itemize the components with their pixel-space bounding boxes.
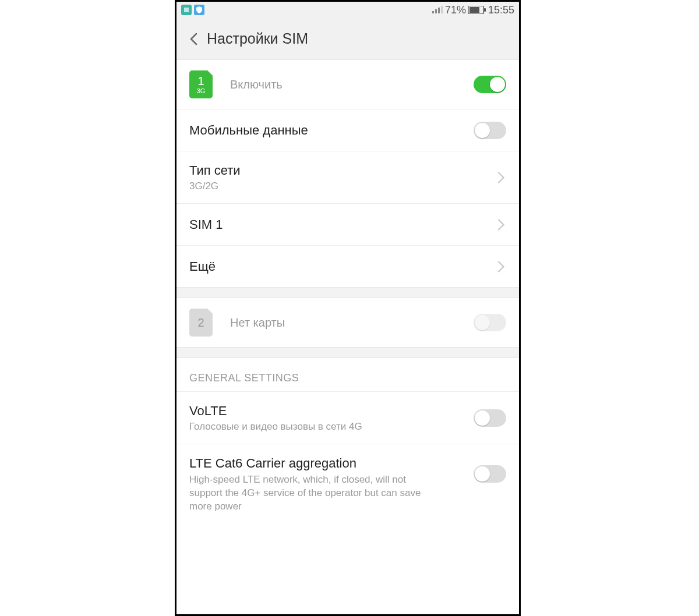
status-bar: 71% 15:55 (176, 2, 519, 18)
sim2-icon: 2 (189, 309, 213, 337)
lte-cat6-toggle[interactable] (474, 465, 506, 483)
status-right: 71% 15:55 (432, 4, 514, 16)
status-left (181, 5, 204, 15)
sim2-no-card-label: Нет карты (230, 316, 474, 330)
mobile-data-row[interactable]: Мобильные данные (176, 109, 519, 151)
more-label: Ещё (189, 259, 495, 274)
page-title: Настройки SIM (207, 30, 308, 47)
lte-cat6-subtitle: High-speed LTE network, which, if closed… (189, 473, 434, 514)
back-button[interactable] (185, 30, 202, 48)
sim2-toggle (474, 314, 506, 331)
sim1-icon: 1 3G (189, 70, 213, 98)
general-settings-header: GENERAL SETTINGS (176, 358, 519, 392)
shield-icon (194, 5, 204, 15)
network-type-title: Тип сети (189, 163, 495, 178)
phone-frame: 71% 15:55 Настройки SIM 1 3G Включить (175, 0, 521, 616)
sim1-net-badge: 3G (197, 88, 206, 94)
volte-title: VoLTE (189, 403, 474, 419)
network-type-value: 3G/2G (189, 180, 495, 192)
svg-rect-1 (432, 11, 434, 13)
status-app-icon-1 (181, 5, 192, 15)
sim1-enable-toggle[interactable] (474, 76, 506, 93)
svg-rect-3 (438, 8, 440, 13)
sim2-number: 2 (197, 317, 204, 328)
lte-cat6-row[interactable]: LTE Cat6 Carrier aggregation High-speed … (176, 444, 519, 518)
sim1-enable-row[interactable]: 1 3G Включить (176, 60, 519, 109)
more-row[interactable]: Ещё (176, 246, 519, 288)
battery-percent: 71% (445, 4, 466, 16)
clock: 15:55 (488, 4, 514, 16)
sim1-settings-row[interactable]: SIM 1 (176, 204, 519, 246)
chevron-right-icon (493, 261, 504, 272)
sim1-enable-label: Включить (230, 78, 474, 91)
content: 1 3G Включить Мобильные данные Тип сети … (176, 60, 519, 614)
mobile-data-label: Мобильные данные (189, 123, 474, 138)
svg-rect-2 (435, 9, 437, 13)
sim1-number: 1 (197, 75, 204, 87)
volte-row[interactable]: VoLTE Голосовые и видео вызовы в сети 4G (176, 392, 519, 444)
svg-rect-4 (441, 6, 443, 13)
chevron-right-icon (493, 219, 504, 231)
chevron-right-icon (493, 172, 504, 183)
lte-cat6-title: LTE Cat6 Carrier aggregation (189, 456, 474, 471)
battery-icon (468, 6, 486, 14)
header: Настройки SIM (176, 18, 519, 60)
mobile-data-toggle[interactable] (474, 122, 506, 139)
section-divider (176, 348, 519, 358)
volte-subtitle: Голосовые и видео вызовы в сети 4G (189, 421, 474, 433)
svg-rect-6 (469, 7, 479, 13)
signal-icon (432, 4, 443, 16)
svg-rect-7 (484, 8, 486, 12)
volte-toggle[interactable] (474, 409, 506, 427)
network-type-row[interactable]: Тип сети 3G/2G (176, 151, 519, 204)
sim2-row: 2 Нет карты (176, 298, 519, 348)
svg-rect-0 (184, 8, 189, 12)
sim1-settings-label: SIM 1 (189, 217, 495, 232)
section-divider (176, 288, 519, 298)
